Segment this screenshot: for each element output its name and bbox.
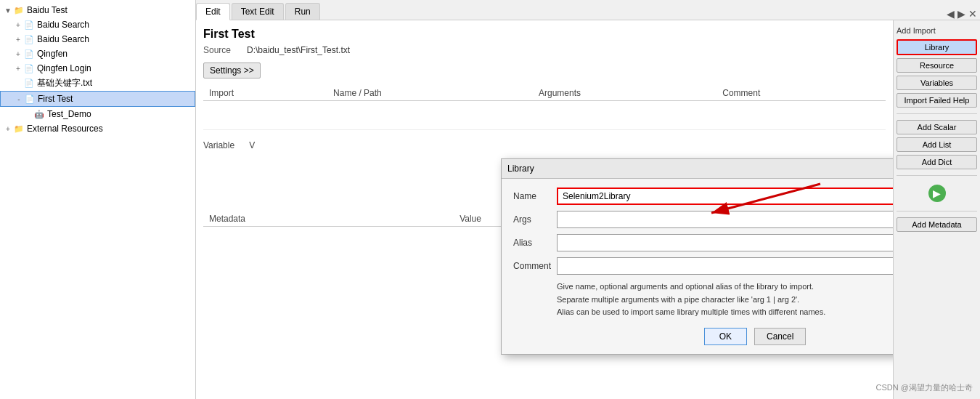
main-area: Edit Text Edit Run ◀ ▶ ✕ First Test Sour… <box>196 0 980 399</box>
expand-icon: + <box>13 50 23 58</box>
sidebar-divider <box>897 113 977 114</box>
sidebar-item-baidu-search-2[interactable]: + 📄 Baidu Search <box>0 32 195 47</box>
tab-bar: Edit Text Edit Run ◀ ▶ ✕ <box>196 0 980 20</box>
comment-input[interactable] <box>557 257 893 275</box>
alias-label: Alias <box>513 238 557 248</box>
content-area: First Test Source D:\baidu_test\First_Te… <box>196 20 980 399</box>
sidebar-item-first-test[interactable]: - 📄 First Test <box>0 91 195 107</box>
folder-icon: 📁 <box>13 4 25 16</box>
name-label: Name <box>513 191 557 201</box>
sidebar-item-label: Test_Demo <box>47 109 91 119</box>
sidebar-item-label: External Resources <box>27 124 103 134</box>
sidebar-item-external-resources[interactable]: + 📁 External Resources <box>0 121 195 136</box>
sidebar-item-label: Qingfen <box>37 49 68 59</box>
watermark: CSDN @渴望力量的哈士奇 <box>876 382 973 393</box>
file-icon: 📄 <box>23 78 35 89</box>
sidebar-item-label: Baidu Search <box>37 20 89 30</box>
tab-text-edit[interactable]: Text Edit <box>232 3 284 20</box>
expand-icon <box>13 79 23 87</box>
sidebar-item-label: Baidu Test <box>27 5 68 15</box>
test-title: First Test <box>203 28 886 41</box>
dialog-name-row: Name Browse <box>513 188 893 205</box>
variable-value: V <box>249 140 255 150</box>
editor-panel: First Test Source D:\baidu_test\First_Te… <box>196 20 893 399</box>
dialog-title: Library <box>507 164 534 174</box>
library-button[interactable]: Library <box>897 39 977 55</box>
sidebar-item-label: First Test <box>38 94 73 104</box>
expand-icon: - <box>14 95 24 103</box>
tab-edit[interactable]: Edit <box>196 3 230 20</box>
source-label: Source <box>203 45 247 55</box>
sidebar-item-label: 基础关键字.txt <box>37 77 92 89</box>
ok-button[interactable]: OK <box>704 328 747 345</box>
add-import-label: Add Import <box>897 25 977 36</box>
name-path-col-header: Name / Path <box>327 86 533 101</box>
dialog-buttons: OK Cancel <box>513 328 893 345</box>
sidebar-item-baidu-test[interactable]: ▼ 📁 Baidu Test <box>0 3 195 17</box>
alias-input[interactable] <box>557 234 893 251</box>
green-circle-button[interactable]: ▶ <box>928 185 946 202</box>
expand-icon: + <box>13 21 23 29</box>
table-row <box>203 101 886 130</box>
settings-button[interactable]: Settings >> <box>203 63 261 78</box>
robot-icon: 🤖 <box>33 108 45 120</box>
dialog-comment-row: Comment <box>513 257 893 275</box>
args-input[interactable] <box>557 211 893 228</box>
sidebar-divider-3 <box>897 211 977 211</box>
dialog-args-row: Args <box>513 211 893 228</box>
close-icon[interactable]: ✕ <box>968 8 977 20</box>
help-text-line-2: Separate multiple arguments with a pipe … <box>557 294 893 307</box>
import-col-header: Import <box>203 86 327 101</box>
dialog-alias-row: Alias <box>513 234 893 251</box>
next-arrow-icon[interactable]: ▶ <box>957 8 965 20</box>
sidebar-item-jichukeyword[interactable]: 📄 基础关键字.txt <box>0 76 195 91</box>
expand-icon: + <box>3 125 13 133</box>
import-table: Import Name / Path Arguments Comment <box>203 86 886 130</box>
file-icon: 📄 <box>23 63 35 74</box>
file-icon: 📄 <box>23 19 35 31</box>
arguments-col-header: Arguments <box>533 86 716 101</box>
args-label: Args <box>513 214 557 225</box>
library-dialog: Library ✕ Name Browse Args <box>501 158 893 355</box>
help-text-line-3: Alias can be used to import same library… <box>557 306 893 319</box>
expand-icon: ▼ <box>3 7 13 15</box>
cancel-button[interactable]: Cancel <box>754 328 806 345</box>
metadata-col-header: Metadata <box>203 211 454 227</box>
import-failed-help-button[interactable]: Import Failed Help <box>897 93 977 108</box>
resource-button[interactable]: Resource <box>897 58 977 73</box>
expand-icon: + <box>13 36 23 44</box>
comment-col-header: Comment <box>716 86 886 101</box>
source-row: Source D:\baidu_test\First_Test.txt <box>203 45 886 55</box>
add-scalar-button[interactable]: Add Scalar <box>897 120 977 134</box>
add-metadata-button[interactable]: Add Metadata <box>897 217 977 232</box>
dialog-titlebar: Library ✕ <box>502 159 893 179</box>
add-dict-button[interactable]: Add Dict <box>897 155 977 169</box>
sidebar-item-qingfen-login[interactable]: + 📄 Qingfen Login <box>0 61 195 76</box>
file-icon: 📄 <box>23 33 35 45</box>
expand-icon: + <box>13 65 23 73</box>
sidebar-item-test-demo[interactable]: 🤖 Test_Demo <box>0 107 195 121</box>
tab-run[interactable]: Run <box>285 3 320 20</box>
right-sidebar: Add Import Library Resource Variables Im… <box>893 20 980 399</box>
file-icon: 📄 <box>23 48 35 60</box>
add-list-button[interactable]: Add List <box>897 137 977 152</box>
source-path: D:\baidu_test\First_Test.txt <box>247 45 350 55</box>
sidebar-item-qingfen[interactable]: + 📄 Qingfen <box>0 47 195 61</box>
name-input[interactable] <box>557 188 893 205</box>
expand-icon <box>23 110 33 118</box>
variable-label: Variable <box>203 140 234 150</box>
help-text-line-1: Give name, optional arguments and option… <box>557 281 893 294</box>
variables-button[interactable]: Variables <box>897 76 977 90</box>
variable-section: Variable V <box>203 137 886 153</box>
comment-label: Comment <box>513 261 557 271</box>
file-tree: ▼ 📁 Baidu Test + 📄 Baidu Search + 📄 Baid… <box>0 0 196 399</box>
sidebar-item-label: Baidu Search <box>37 34 89 44</box>
file-icon: 📄 <box>24 93 36 105</box>
sidebar-divider-2 <box>897 175 977 176</box>
sidebar-item-label: Qingfen Login <box>37 63 91 73</box>
dialog-help-text: Give name, optional arguments and option… <box>557 281 893 319</box>
prev-arrow-icon[interactable]: ◀ <box>947 8 955 20</box>
tab-nav-arrows[interactable]: ◀ ▶ ✕ <box>947 8 980 20</box>
dialog-body: Name Browse Args Alias <box>502 179 893 354</box>
sidebar-item-baidu-search-1[interactable]: + 📄 Baidu Search <box>0 17 195 32</box>
